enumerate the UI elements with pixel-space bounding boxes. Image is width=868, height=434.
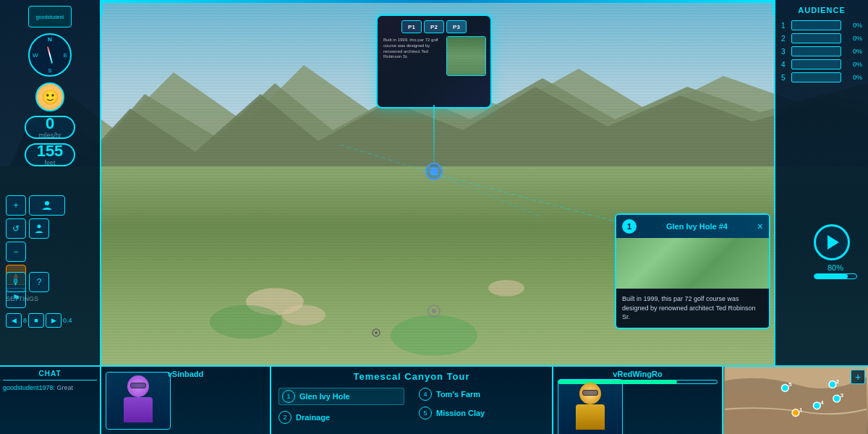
playback-forward-btn[interactable]: ▶ (46, 313, 61, 328)
compass-east: E (64, 52, 67, 59)
info-card-title: Glen Ivy Hole #4 (666, 222, 728, 231)
play-icon (827, 235, 839, 250)
svg-point-28 (829, 381, 836, 388)
audience-bar-2 (791, 33, 841, 43)
speed-box: 0 miles/hr (25, 116, 75, 139)
info-card-header: 1 Glen Ivy Hole #4 × (616, 215, 769, 238)
distance-value: 155 (37, 143, 64, 159)
compass-north: N (48, 36, 52, 43)
cube-p2-btn[interactable]: P2 (424, 20, 444, 33)
tour-location-5: Mission Clay (436, 409, 485, 417)
playback-stop-btn[interactable]: ■ (28, 313, 44, 328)
speed-value: 0 (46, 116, 54, 132)
audience-num-3: 3 (781, 48, 788, 56)
chat-username: goodstudent1978: (3, 384, 55, 391)
tour-section: Temescal Canyon Tour 1 Glen Ivy Hole 2 D… (271, 367, 553, 434)
tour-title: Temescal Canyon Tour (278, 371, 545, 382)
player2-head (579, 383, 601, 404)
svg-point-24 (813, 402, 820, 409)
right-panel: AUDIENCE 1 0% 2 0% 3 0% 4 0% (774, 0, 868, 369)
nav-tools: − (6, 242, 65, 262)
svg-point-15 (45, 201, 49, 205)
hud-logo: goodstudent (6, 6, 94, 27)
tour-item-1[interactable]: 1 Glen Ivy Hole (278, 388, 404, 405)
compass-south: S (48, 67, 51, 74)
compass-container: N S E W (6, 33, 94, 77)
svg-point-7 (210, 305, 282, 339)
tour-location-1: Glen Ivy Hole (299, 392, 350, 401)
rotate-btn[interactable]: ↺ (6, 218, 26, 239)
settings-row: 🎙 ? (6, 272, 49, 292)
svg-text:4: 4 (820, 399, 824, 406)
percent-value: 80% (814, 263, 857, 272)
audience-bar-5 (791, 72, 841, 82)
logo-box: goodstudent (28, 6, 72, 27)
audience-bar-row-3: 3 0% (781, 46, 862, 56)
svg-text:3: 3 (841, 392, 844, 399)
zoom-tools: + (6, 195, 65, 216)
chat-text: Great (57, 384, 74, 391)
cube-p3-btn[interactable]: P3 (446, 20, 467, 33)
tour-num-5: 5 (419, 407, 432, 420)
pin-outer (425, 163, 443, 180)
svg-point-5 (488, 280, 524, 296)
zoom-in-btn[interactable]: + (6, 195, 26, 216)
mic-btn[interactable]: 🎙 (6, 272, 26, 292)
info-card-image (616, 238, 769, 289)
zoom-out-btn[interactable]: − (6, 242, 26, 262)
distance-stat: 155 feet (6, 143, 94, 166)
bottom-bar: CHAT goodstudent1978: Great vSinbadd (0, 365, 868, 434)
info-card-body: Built in 1999, this par 72 golf course w… (616, 289, 769, 328)
chat-section: CHAT goodstudent1978: Great (0, 367, 101, 434)
user-btn-2[interactable] (29, 218, 49, 239)
map-plus-btn[interactable]: + (851, 370, 865, 384)
audience-bar-row-2: 2 0% (781, 33, 862, 43)
player2-name: vRedWingRo (553, 370, 722, 378)
audience-bar-row-5: 5 0% (781, 72, 862, 82)
tour-num-1: 1 (282, 390, 295, 403)
play-area: 80% (814, 224, 857, 281)
distance-label: feet (44, 159, 55, 166)
cube-content: Built in 1999, this par 72 golf course w… (382, 36, 486, 103)
audience-num-4: 4 (781, 61, 788, 69)
speed-stat: 0 miles/hr (6, 116, 94, 139)
cube-top-buttons: P1 P2 P3 (382, 20, 486, 33)
info-card-close-btn[interactable]: × (757, 221, 763, 232)
tour-item-5[interactable]: 5 Mission Clay (419, 407, 545, 420)
svg-text:1: 1 (799, 407, 803, 413)
user-icon-btn[interactable] (29, 195, 65, 216)
info-card: 1 Glen Ivy Hole #4 × Built in 1999, this… (615, 213, 770, 329)
player1-glasses (130, 383, 146, 388)
left-panel: goodstudent N S E W 🙂 0 miles/hr 155 fee… (0, 0, 101, 369)
chat-title: CHAT (3, 370, 97, 380)
tour-col-2: 4 Tom's Farm 5 Mission Clay (419, 388, 545, 424)
player1-body (124, 397, 153, 422)
audience-pct-4: 0% (844, 61, 862, 68)
audience-bar-4 (791, 59, 841, 69)
play-button[interactable] (814, 224, 850, 260)
svg-point-4 (282, 305, 326, 325)
percent-display: 80% (814, 263, 857, 279)
player2-section: vRedWingRo (553, 367, 723, 434)
player-face-icon: 🙂 (35, 82, 64, 111)
tour-num-2: 2 (278, 411, 292, 424)
playback-back-btn[interactable]: ◀ (6, 313, 22, 328)
player2-body (576, 404, 605, 430)
player2-name-container: vRedWingRo (553, 370, 722, 378)
tour-item-4[interactable]: 4 Tom's Farm (419, 388, 545, 401)
cube-image-inner (447, 37, 485, 75)
audience-bars: 1 0% 2 0% 3 0% 4 0% 5 (781, 20, 862, 82)
svg-text:2: 2 (836, 378, 840, 385)
playback-forward-value: 0.4 (63, 317, 72, 324)
help-btn[interactable]: ? (29, 272, 49, 292)
cube-description: Built in 1999, this par 72 golf course w… (382, 36, 443, 103)
tour-item-2[interactable]: 2 Drainage (278, 411, 404, 424)
svg-point-22 (781, 384, 788, 391)
percent-bar-container (814, 273, 857, 279)
compass-needle (47, 46, 53, 64)
info-card-image-inner (616, 238, 769, 289)
audience-pct-3: 0% (844, 48, 862, 55)
tour-col-1: 1 Glen Ivy Hole 2 Drainage (278, 388, 404, 424)
map-content: 5 4 3 2 1 + (723, 367, 868, 434)
cube-p1-btn[interactable]: P1 (401, 20, 422, 33)
